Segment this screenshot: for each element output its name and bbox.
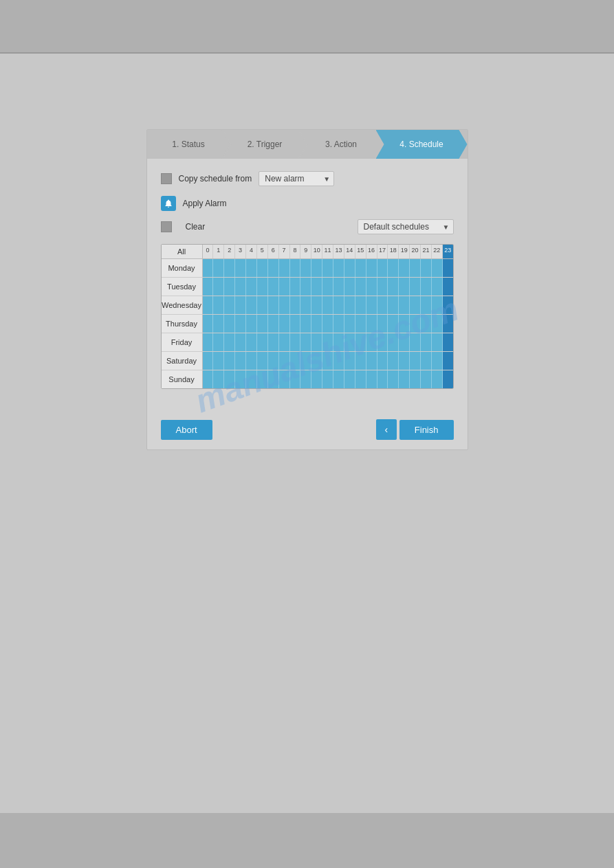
thursday-h8[interactable]: [290, 315, 301, 333]
friday-h23[interactable]: [443, 333, 453, 351]
monday-hours[interactable]: [203, 259, 453, 277]
thursday-h16[interactable]: [366, 315, 377, 333]
wednesday-h18[interactable]: [388, 296, 399, 314]
monday-h3[interactable]: [235, 259, 246, 277]
tuesday-h4[interactable]: [246, 278, 257, 296]
copy-schedule-checkbox[interactable]: [161, 173, 172, 184]
saturday-h17[interactable]: [377, 352, 388, 370]
sunday-h14[interactable]: [344, 370, 355, 388]
sunday-h1[interactable]: [213, 370, 224, 388]
thursday-h22[interactable]: [432, 315, 443, 333]
sunday-h16[interactable]: [366, 370, 377, 388]
sunday-h9[interactable]: [300, 370, 311, 388]
monday-h5[interactable]: [257, 259, 268, 277]
thursday-h0[interactable]: [203, 315, 214, 333]
tuesday-h10[interactable]: [311, 278, 322, 296]
tuesday-h13[interactable]: [333, 278, 344, 296]
monday-h13[interactable]: [333, 259, 344, 277]
friday-h19[interactable]: [399, 333, 410, 351]
friday-h10[interactable]: [311, 333, 322, 351]
monday-h9[interactable]: [300, 259, 311, 277]
tuesday-h7[interactable]: [279, 278, 290, 296]
thursday-h4[interactable]: [246, 315, 257, 333]
monday-h20[interactable]: [410, 259, 421, 277]
friday-h8[interactable]: [290, 333, 301, 351]
wednesday-h22[interactable]: [432, 296, 443, 314]
saturday-h20[interactable]: [410, 352, 421, 370]
monday-h4[interactable]: [246, 259, 257, 277]
monday-h18[interactable]: [388, 259, 399, 277]
wednesday-h21[interactable]: [421, 296, 432, 314]
monday-h17[interactable]: [377, 259, 388, 277]
friday-h1[interactable]: [213, 333, 224, 351]
clear-checkbox[interactable]: [161, 221, 172, 232]
wednesday-h3[interactable]: [235, 296, 246, 314]
wednesday-h11[interactable]: [322, 296, 333, 314]
sunday-h22[interactable]: [432, 370, 443, 388]
wednesday-h23[interactable]: [443, 296, 453, 314]
step-action[interactable]: 3. Action: [300, 130, 383, 159]
tuesday-h20[interactable]: [410, 278, 421, 296]
tuesday-h19[interactable]: [399, 278, 410, 296]
saturday-h5[interactable]: [257, 352, 268, 370]
friday-h0[interactable]: [203, 333, 214, 351]
thursday-h17[interactable]: [377, 315, 388, 333]
sunday-h3[interactable]: [235, 370, 246, 388]
thursday-h20[interactable]: [410, 315, 421, 333]
friday-h4[interactable]: [246, 333, 257, 351]
tuesday-h17[interactable]: [377, 278, 388, 296]
monday-h8[interactable]: [290, 259, 301, 277]
sunday-h23[interactable]: [443, 370, 453, 388]
saturday-h8[interactable]: [290, 352, 301, 370]
saturday-h13[interactable]: [333, 352, 344, 370]
tuesday-h1[interactable]: [213, 278, 224, 296]
saturday-h22[interactable]: [432, 352, 443, 370]
thursday-h2[interactable]: [224, 315, 235, 333]
friday-h15[interactable]: [355, 333, 366, 351]
wednesday-h0[interactable]: [203, 296, 214, 314]
thursday-h6[interactable]: [268, 315, 279, 333]
friday-h22[interactable]: [432, 333, 443, 351]
saturday-h6[interactable]: [268, 352, 279, 370]
thursday-h15[interactable]: [355, 315, 366, 333]
friday-h21[interactable]: [421, 333, 432, 351]
saturday-h18[interactable]: [388, 352, 399, 370]
wednesday-h7[interactable]: [279, 296, 290, 314]
saturday-h14[interactable]: [344, 352, 355, 370]
tuesday-h18[interactable]: [388, 278, 399, 296]
all-header-cell[interactable]: All: [162, 245, 203, 258]
copy-schedule-dropdown[interactable]: New alarm: [259, 171, 334, 186]
sunday-h0[interactable]: [203, 370, 214, 388]
thursday-h21[interactable]: [421, 315, 432, 333]
step-status[interactable]: 1. Status: [147, 130, 230, 159]
monday-h16[interactable]: [366, 259, 377, 277]
wednesday-h9[interactable]: [300, 296, 311, 314]
friday-h11[interactable]: [322, 333, 333, 351]
wednesday-h20[interactable]: [410, 296, 421, 314]
wednesday-h16[interactable]: [366, 296, 377, 314]
saturday-h19[interactable]: [399, 352, 410, 370]
wednesday-h15[interactable]: [355, 296, 366, 314]
wednesday-h13[interactable]: [333, 296, 344, 314]
saturday-h16[interactable]: [366, 352, 377, 370]
sunday-h5[interactable]: [257, 370, 268, 388]
step-schedule[interactable]: 4. Schedule: [376, 130, 468, 159]
thursday-h13[interactable]: [333, 315, 344, 333]
tuesday-h6[interactable]: [268, 278, 279, 296]
friday-h7[interactable]: [279, 333, 290, 351]
tuesday-h14[interactable]: [344, 278, 355, 296]
tuesday-h2[interactable]: [224, 278, 235, 296]
sunday-h7[interactable]: [279, 370, 290, 388]
thursday-h10[interactable]: [311, 315, 322, 333]
tuesday-h11[interactable]: [322, 278, 333, 296]
saturday-h15[interactable]: [355, 352, 366, 370]
thursday-h5[interactable]: [257, 315, 268, 333]
sunday-hours[interactable]: [203, 370, 453, 388]
schedules-dropdown[interactable]: Default schedules: [358, 219, 454, 234]
monday-h22[interactable]: [432, 259, 443, 277]
tuesday-h16[interactable]: [366, 278, 377, 296]
monday-h0[interactable]: [203, 259, 214, 277]
thursday-h1[interactable]: [213, 315, 224, 333]
wednesday-h6[interactable]: [268, 296, 279, 314]
sunday-h15[interactable]: [355, 370, 366, 388]
